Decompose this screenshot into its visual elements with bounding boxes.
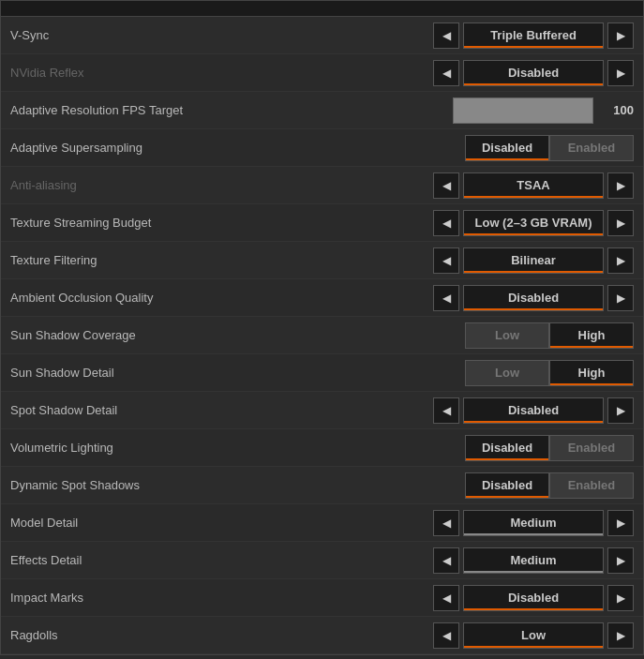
setting-row-dynamic-spot-shadows: Dynamic Spot ShadowsDisabledEnabled — [1, 467, 643, 504]
panel-title — [1, 1, 643, 17]
toggle-inactive-dynamic-spot-shadows[interactable]: Enabled — [549, 472, 634, 499]
settings-list: V-Sync◀Triple Buffered▶NVidia Reflex◀Dis… — [1, 17, 643, 654]
setting-row-adaptive-supersampling: Adaptive SupersamplingDisabledEnabled — [1, 129, 643, 167]
setting-label-texture-filtering: Texture Filtering — [10, 253, 433, 267]
toggle-active-adaptive-supersampling[interactable]: Disabled — [465, 135, 549, 161]
fps-value: 100 — [601, 103, 634, 117]
arrow-left-anti-aliasing[interactable]: ◀ — [433, 172, 459, 199]
arrow-right-anti-aliasing[interactable]: ▶ — [607, 172, 634, 199]
control-ambient-occlusion: ◀Disabled▶ — [433, 285, 634, 311]
arrow-left-ragdolls[interactable]: ◀ — [433, 622, 459, 649]
arrow-left-nvidia-reflex[interactable]: ◀ — [433, 60, 459, 86]
control-anti-aliasing: ◀TSAA▶ — [433, 172, 634, 199]
setting-label-sun-shadow-detail: Sun Shadow Detail — [10, 366, 465, 380]
arrow-right-vsync[interactable]: ▶ — [607, 22, 634, 49]
control-sun-shadow-detail: LowHigh — [465, 360, 634, 386]
control-effects-detail: ◀Medium▶ — [433, 547, 634, 574]
arrow-left-spot-shadow-detail[interactable]: ◀ — [433, 397, 459, 424]
setting-row-spot-shadow-detail: Spot Shadow Detail◀Disabled▶ — [1, 392, 643, 429]
setting-label-model-detail: Model Detail — [10, 516, 433, 530]
setting-label-impact-marks: Impact Marks — [10, 591, 433, 605]
value-ragdolls: Low — [463, 622, 604, 649]
setting-row-adaptive-resolution: Adaptive Resolution FPS Target100 — [1, 92, 643, 129]
arrow-left-ambient-occlusion[interactable]: ◀ — [433, 285, 459, 311]
toggle-dynamic-spot-shadows: DisabledEnabled — [465, 472, 634, 499]
toggle-volumetric-lighting: DisabledEnabled — [465, 435, 634, 461]
control-nvidia-reflex: ◀Disabled▶ — [433, 60, 634, 86]
value-texture-streaming: Low (2–3 GB VRAM) — [463, 210, 604, 236]
control-spot-shadow-detail: ◀Disabled▶ — [433, 397, 634, 424]
low-option-sun-shadow-coverage[interactable]: Low — [465, 322, 549, 349]
arrow-right-ambient-occlusion[interactable]: ▶ — [607, 285, 634, 311]
setting-row-sun-shadow-coverage: Sun Shadow CoverageLowHigh — [1, 317, 643, 354]
control-texture-filtering: ◀Bilinear▶ — [433, 247, 634, 274]
setting-label-sun-shadow-coverage: Sun Shadow Coverage — [10, 328, 465, 342]
lowhigh-sun-shadow-detail: LowHigh — [465, 360, 634, 386]
lowhigh-sun-shadow-coverage: LowHigh — [465, 322, 634, 349]
arrow-right-spot-shadow-detail[interactable]: ▶ — [607, 397, 634, 424]
setting-label-ambient-occlusion: Ambient Occlusion Quality — [10, 291, 433, 305]
value-texture-filtering: Bilinear — [463, 247, 604, 274]
high-option-sun-shadow-detail[interactable]: High — [549, 360, 634, 386]
setting-row-sun-shadow-detail: Sun Shadow DetailLowHigh — [1, 354, 643, 392]
setting-label-adaptive-resolution: Adaptive Resolution FPS Target — [10, 103, 453, 117]
toggle-inactive-adaptive-supersampling[interactable]: Enabled — [549, 135, 634, 161]
low-option-sun-shadow-detail[interactable]: Low — [465, 360, 549, 386]
toggle-adaptive-supersampling: DisabledEnabled — [465, 135, 634, 161]
toggle-active-volumetric-lighting[interactable]: Disabled — [465, 435, 549, 461]
advanced-panel: V-Sync◀Triple Buffered▶NVidia Reflex◀Dis… — [0, 0, 644, 655]
setting-row-ambient-occlusion: Ambient Occlusion Quality◀Disabled▶ — [1, 279, 643, 317]
value-spot-shadow-detail: Disabled — [463, 397, 604, 424]
arrow-right-texture-filtering[interactable]: ▶ — [607, 247, 634, 274]
arrow-left-texture-streaming[interactable]: ◀ — [433, 210, 459, 236]
arrow-left-effects-detail[interactable]: ◀ — [433, 547, 459, 574]
control-dynamic-spot-shadows: DisabledEnabled — [465, 472, 634, 499]
setting-label-vsync: V-Sync — [10, 28, 433, 42]
slider-wrap-adaptive-resolution: 100 — [453, 97, 634, 124]
fps-slider[interactable] — [453, 97, 593, 124]
arrow-left-vsync[interactable]: ◀ — [433, 22, 459, 49]
setting-label-effects-detail: Effects Detail — [10, 553, 433, 567]
arrow-right-impact-marks[interactable]: ▶ — [607, 585, 634, 611]
setting-row-effects-detail: Effects Detail◀Medium▶ — [1, 542, 643, 579]
setting-row-vsync: V-Sync◀Triple Buffered▶ — [1, 17, 643, 54]
arrow-right-effects-detail[interactable]: ▶ — [607, 547, 634, 574]
setting-label-texture-streaming: Texture Streaming Budget — [10, 216, 433, 230]
toggle-inactive-volumetric-lighting[interactable]: Enabled — [549, 435, 634, 461]
control-model-detail: ◀Medium▶ — [433, 510, 634, 536]
value-anti-aliasing: TSAA — [463, 172, 604, 199]
control-impact-marks: ◀Disabled▶ — [433, 585, 634, 611]
setting-label-spot-shadow-detail: Spot Shadow Detail — [10, 403, 433, 417]
value-impact-marks: Disabled — [463, 585, 604, 611]
arrow-left-impact-marks[interactable]: ◀ — [433, 585, 459, 611]
arrow-right-nvidia-reflex[interactable]: ▶ — [607, 60, 634, 86]
control-adaptive-resolution: 100 — [453, 97, 634, 124]
arrow-right-texture-streaming[interactable]: ▶ — [607, 210, 634, 236]
control-texture-streaming: ◀Low (2–3 GB VRAM)▶ — [433, 210, 634, 236]
setting-label-adaptive-supersampling: Adaptive Supersampling — [10, 141, 465, 155]
setting-label-volumetric-lighting: Volumetric Lighting — [10, 441, 465, 455]
setting-row-impact-marks: Impact Marks◀Disabled▶ — [1, 579, 643, 617]
arrow-left-model-detail[interactable]: ◀ — [433, 510, 459, 536]
setting-row-volumetric-lighting: Volumetric LightingDisabledEnabled — [1, 429, 643, 467]
value-nvidia-reflex: Disabled — [463, 60, 604, 86]
arrow-right-ragdolls[interactable]: ▶ — [607, 622, 634, 649]
setting-label-anti-aliasing: Anti-aliasing — [10, 178, 433, 192]
value-effects-detail: Medium — [463, 547, 604, 574]
setting-row-model-detail: Model Detail◀Medium▶ — [1, 504, 643, 542]
setting-row-anti-aliasing: Anti-aliasing◀TSAA▶ — [1, 167, 643, 204]
value-model-detail: Medium — [463, 510, 604, 536]
high-option-sun-shadow-coverage[interactable]: High — [549, 322, 634, 349]
control-adaptive-supersampling: DisabledEnabled — [465, 135, 634, 161]
control-vsync: ◀Triple Buffered▶ — [433, 22, 634, 49]
setting-label-dynamic-spot-shadows: Dynamic Spot Shadows — [10, 478, 465, 492]
control-volumetric-lighting: DisabledEnabled — [465, 435, 634, 461]
setting-row-texture-streaming: Texture Streaming Budget◀Low (2–3 GB VRA… — [1, 204, 643, 242]
arrow-right-model-detail[interactable]: ▶ — [607, 510, 634, 536]
toggle-active-dynamic-spot-shadows[interactable]: Disabled — [465, 472, 549, 499]
value-vsync: Triple Buffered — [463, 22, 604, 49]
control-sun-shadow-coverage: LowHigh — [465, 322, 634, 349]
control-ragdolls: ◀Low▶ — [433, 622, 634, 649]
setting-row-nvidia-reflex: NVidia Reflex◀Disabled▶ — [1, 54, 643, 92]
arrow-left-texture-filtering[interactable]: ◀ — [433, 247, 459, 274]
